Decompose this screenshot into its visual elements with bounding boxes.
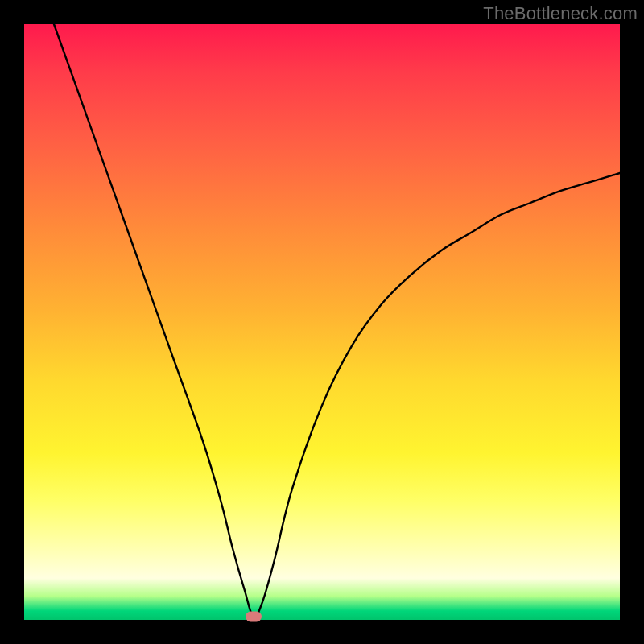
plot-area xyxy=(24,24,620,620)
watermark-text: TheBottleneck.com xyxy=(483,3,638,24)
bottleneck-curve xyxy=(24,24,620,620)
optimal-point-marker xyxy=(246,612,262,622)
chart-frame: TheBottleneck.com xyxy=(0,0,644,644)
